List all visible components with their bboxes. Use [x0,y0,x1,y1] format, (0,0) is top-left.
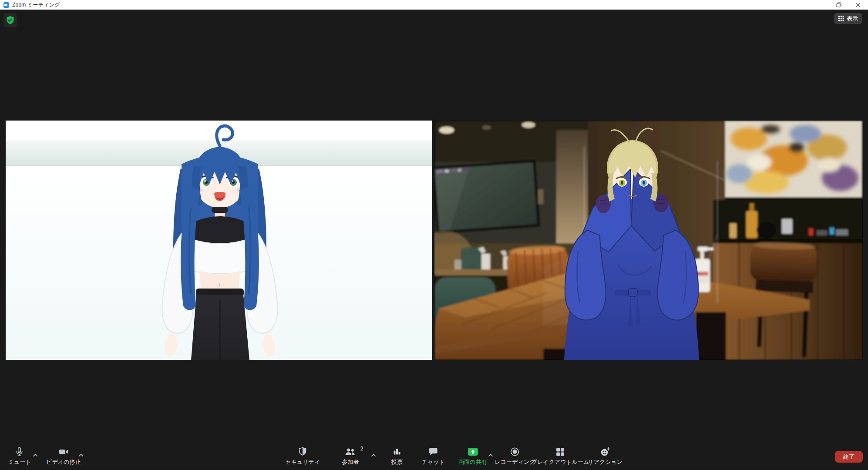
window-controls [809,0,868,10]
security-shield-button[interactable] [3,13,17,27]
right-avatar-scene [434,121,863,360]
bar-chart-icon [392,446,402,457]
participants-icon [344,446,357,457]
recording-label: レコーディング [495,458,535,466]
security-shield-icon [297,446,308,457]
video-tile-right[interactable] [434,121,863,360]
toolbar: ミュート ビデオの停止 セキ [0,441,868,470]
participants-count-badge: 2 [360,446,363,452]
grid-icon [838,16,844,21]
polls-label: 投票 [391,458,403,466]
chat-label: チャット [421,458,444,466]
end-meeting-label: 終了 [843,453,855,461]
end-meeting-button[interactable]: 終了 [835,451,863,463]
stop-video-label: ビデオの停止 [46,458,81,466]
chat-bubble-icon [428,446,438,457]
video-tile-left[interactable] [6,121,432,360]
left-avatar-scene [6,121,432,360]
window-title: Zoom ミーティング [12,1,60,9]
share-options-chevron[interactable] [488,451,493,459]
reactions-label: リアクション [588,458,622,466]
view-button-label: 表示 [847,15,858,23]
view-button[interactable]: 表示 [834,13,862,24]
mute-label: ミュート [8,458,31,466]
breakout-rooms-label: ブレイクアウトルーム [532,458,589,466]
participants-options-chevron[interactable] [371,451,376,459]
titlebar: Zoom ミーティング [0,0,868,10]
polls-button[interactable]: 投票 [391,446,403,466]
reactions-button[interactable]: リアクション [588,446,622,466]
shield-check-icon [6,16,14,25]
participants-label: 参加者 [342,458,359,466]
share-screen-icon [467,446,479,457]
participants-button[interactable]: 参加者 2 [342,446,359,466]
video-camera-icon [58,446,69,457]
mute-options-chevron[interactable] [33,451,38,459]
video-options-chevron[interactable] [79,451,84,459]
mute-button[interactable]: ミュート [8,446,31,466]
breakout-grid-icon [555,446,565,457]
record-circle-icon [510,446,520,457]
stop-video-button[interactable]: ビデオの停止 [46,446,81,466]
chat-button[interactable]: チャット [421,446,444,466]
maximize-button[interactable] [829,0,848,10]
microphone-icon [14,446,25,457]
close-button[interactable] [848,0,868,10]
share-screen-button[interactable]: 画面の共有 [458,446,487,466]
breakout-rooms-button[interactable]: ブレイクアウトルーム [532,446,589,466]
share-screen-label: 画面の共有 [458,458,487,466]
reactions-smiley-icon [599,446,611,457]
recording-button[interactable]: レコーディング [495,446,535,466]
minimize-button[interactable] [809,0,829,10]
zoom-logo-icon [3,2,9,8]
security-button[interactable]: セキュリティ [285,446,320,466]
security-label: セキュリティ [285,458,320,466]
meeting-stage: 表示 [0,10,868,470]
